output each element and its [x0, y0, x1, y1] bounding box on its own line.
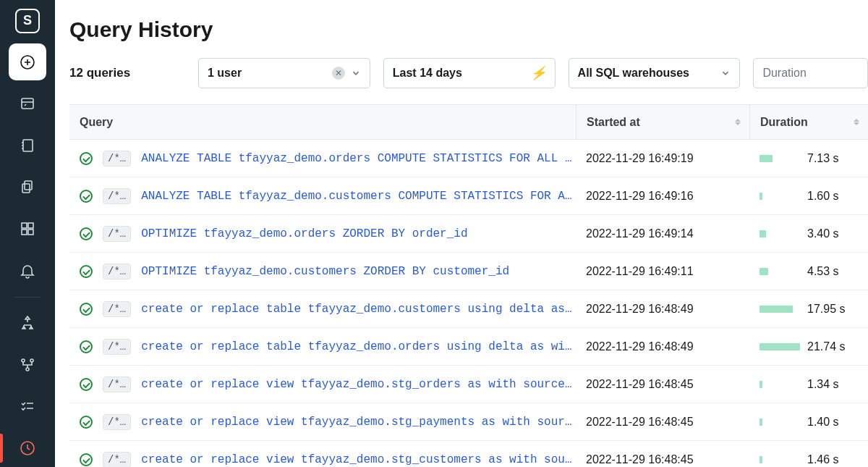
table-row[interactable]: /*…create or replace view tfayyaz_demo.s… [69, 403, 868, 441]
duration-text: 1.40 s [807, 416, 839, 429]
duration-bar [760, 266, 800, 277]
table-row[interactable]: /*…ANALYZE TABLE tfayyaz_demo.orders COM… [69, 140, 868, 177]
status-success-icon [80, 303, 93, 316]
duration-text: 1.60 s [807, 190, 839, 203]
nav-data[interactable] [9, 305, 46, 342]
nav-query-history[interactable] [9, 429, 46, 467]
sidebar-divider [14, 297, 41, 298]
nav-dashboards[interactable] [9, 210, 46, 248]
started-cell: 2022-11-29 16:48:45 [576, 416, 749, 429]
filter-warehouse[interactable]: All SQL warehouses [569, 58, 741, 88]
table-row[interactable]: /*…OPTIMIZE tfayyaz_demo.orders ZORDER B… [69, 215, 868, 253]
nav-tasks[interactable] [9, 388, 46, 426]
duration-cell: 1.40 s [749, 416, 868, 429]
status-success-icon [80, 265, 93, 278]
duration-text: 1.46 s [807, 453, 839, 466]
comment-badge: /*… [103, 376, 131, 392]
clear-user-icon[interactable]: ✕ [332, 67, 345, 80]
filter-warehouse-label: All SQL warehouses [578, 67, 689, 80]
duration-text: 3.40 s [807, 227, 839, 240]
filter-bar: 12 queries 1 user ✕ Last 14 days ⚡ All S… [69, 58, 868, 88]
query-table: Query Started at Duration /*…ANALYZE TAB… [69, 104, 868, 467]
clock-icon [19, 439, 36, 457]
duration-cell: 3.40 s [749, 227, 868, 240]
checklist-icon [19, 398, 36, 416]
main-content: Query History 12 queries 1 user ✕ Last 1… [55, 0, 868, 467]
duration-bar [760, 229, 800, 239]
table-row[interactable]: /*…ANALYZE TABLE tfayyaz_demo.customers … [69, 177, 868, 215]
started-cell: 2022-11-29 16:48:49 [576, 340, 749, 353]
branches-icon [19, 356, 36, 374]
comment-badge: /*… [103, 188, 131, 204]
comment-badge: /*… [103, 264, 131, 279]
table-row[interactable]: /*…create or replace table tfayyaz_demo.… [69, 328, 868, 366]
query-link[interactable]: ANALYZE TABLE tfayyaz_demo.orders COMPUT… [141, 152, 576, 165]
duration-cell: 1.34 s [749, 378, 868, 391]
query-cell: /*…ANALYZE TABLE tfayyaz_demo.customers … [69, 188, 576, 204]
query-link[interactable]: OPTIMIZE tfayyaz_demo.orders ZORDER BY o… [141, 227, 576, 240]
table-row[interactable]: /*…create or replace table tfayyaz_demo.… [69, 290, 868, 328]
nav-alerts[interactable] [9, 252, 46, 290]
duration-bar [760, 304, 800, 314]
status-success-icon [80, 416, 93, 429]
chevron-down-icon [720, 68, 731, 78]
sidebar: S [0, 0, 55, 467]
query-link[interactable]: create or replace table tfayyaz_demo.ord… [141, 340, 576, 353]
duration-bar [760, 455, 800, 465]
query-link[interactable]: ANALYZE TABLE tfayyaz_demo.customers COM… [141, 190, 576, 203]
status-success-icon [80, 340, 93, 353]
query-link[interactable]: OPTIMIZE tfayyaz_demo.customers ZORDER B… [141, 265, 576, 278]
filter-date-label: Last 14 days [393, 67, 462, 80]
bell-icon [19, 262, 36, 279]
filter-duration[interactable]: Duration [753, 58, 868, 88]
svg-rect-3 [25, 181, 32, 190]
filter-date-range[interactable]: Last 14 days ⚡ [383, 58, 556, 88]
nav-notebooks[interactable] [9, 127, 46, 164]
svg-rect-7 [22, 230, 27, 235]
table-row[interactable]: /*…create or replace view tfayyaz_demo.s… [69, 441, 868, 467]
col-query-header[interactable]: Query [69, 105, 576, 139]
query-link[interactable]: create or replace table tfayyaz_demo.cus… [141, 303, 576, 316]
comment-badge: /*… [103, 226, 131, 242]
duration-cell: 17.95 s [749, 303, 868, 316]
duration-text: 1.34 s [807, 378, 839, 391]
comment-badge: /*… [103, 452, 131, 468]
duration-text: 7.13 s [807, 152, 839, 165]
status-success-icon [80, 227, 93, 240]
duration-cell: 7.13 s [749, 152, 868, 165]
duration-cell: 1.46 s [749, 453, 868, 466]
duration-text: 4.53 s [807, 265, 839, 278]
comment-badge: /*… [103, 301, 131, 317]
files-icon [19, 178, 36, 195]
col-started-header[interactable]: Started at [576, 105, 749, 139]
col-duration-header[interactable]: Duration [749, 105, 868, 139]
status-success-icon [80, 152, 93, 165]
duration-cell: 21.74 s [749, 340, 868, 353]
query-link[interactable]: create or replace view tfayyaz_demo.stg_… [141, 416, 576, 429]
query-cell: /*…create or replace table tfayyaz_demo.… [69, 339, 576, 355]
comment-badge: /*… [103, 339, 131, 355]
svg-rect-8 [28, 230, 33, 235]
table-row[interactable]: /*…OPTIMIZE tfayyaz_demo.customers ZORDE… [69, 253, 868, 290]
duration-cell: 1.60 s [749, 190, 868, 203]
nav-copy[interactable] [9, 169, 46, 206]
query-link[interactable]: create or replace view tfayyaz_demo.stg_… [141, 378, 576, 391]
duration-bar [760, 342, 800, 352]
sql-editor-icon [19, 95, 36, 112]
nav-compute[interactable] [9, 346, 46, 384]
table-row[interactable]: /*…create or replace view tfayyaz_demo.s… [69, 366, 868, 403]
started-cell: 2022-11-29 16:48:45 [576, 378, 749, 391]
query-link[interactable]: create or replace view tfayyaz_demo.stg_… [141, 453, 576, 466]
filter-user[interactable]: 1 user ✕ [198, 58, 370, 88]
query-count: 12 queries [69, 66, 185, 80]
query-cell: /*…create or replace view tfayyaz_demo.s… [69, 452, 576, 468]
app-logo[interactable]: S [15, 9, 40, 33]
svg-point-10 [30, 359, 33, 362]
filter-user-label: 1 user [208, 67, 242, 80]
svg-point-9 [22, 359, 25, 362]
nav-sql-editor[interactable] [9, 85, 46, 122]
duration-bar [760, 191, 800, 201]
svg-rect-4 [22, 184, 30, 193]
started-cell: 2022-11-29 16:49:11 [576, 265, 749, 278]
nav-new-button[interactable] [9, 43, 46, 81]
